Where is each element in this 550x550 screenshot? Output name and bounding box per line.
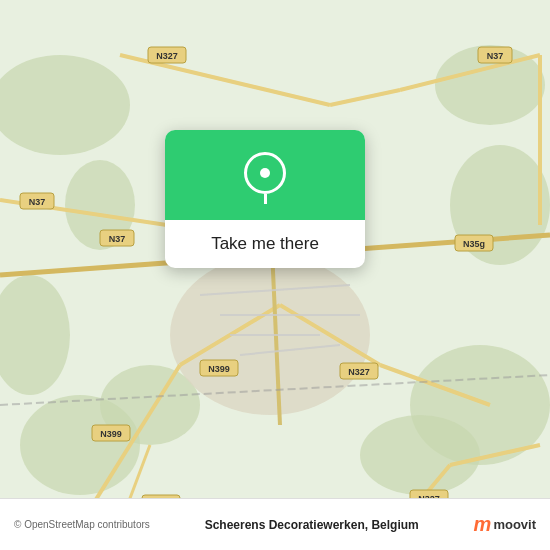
popup-card: Take me there — [165, 130, 365, 268]
moovit-m-icon: m — [474, 513, 492, 536]
svg-text:N37: N37 — [487, 51, 504, 61]
map-container: N327 N37 N37 N37 N399 N399 N399 N327 N32… — [0, 0, 550, 550]
svg-text:N37: N37 — [109, 234, 126, 244]
svg-point-7 — [360, 415, 480, 495]
map-background: N327 N37 N37 N37 N399 N399 N399 N327 N32… — [0, 0, 550, 550]
popup-green-section — [165, 130, 365, 220]
location-pin-icon — [244, 152, 286, 202]
svg-text:N399: N399 — [100, 429, 122, 439]
svg-text:N327: N327 — [348, 367, 370, 377]
svg-text:N37: N37 — [29, 197, 46, 207]
svg-text:N399: N399 — [208, 364, 230, 374]
moovit-logo: m moovit — [474, 513, 536, 536]
copyright-text: © OpenStreetMap contributors — [14, 519, 150, 530]
bottom-bar: © OpenStreetMap contributors Scheerens D… — [0, 498, 550, 550]
svg-text:N327: N327 — [156, 51, 178, 61]
moovit-wordmark: moovit — [493, 517, 536, 532]
location-name: Scheerens Decoratiewerken, Belgium — [150, 518, 474, 532]
svg-text:N35g: N35g — [463, 239, 485, 249]
take-me-there-button[interactable]: Take me there — [165, 220, 365, 268]
